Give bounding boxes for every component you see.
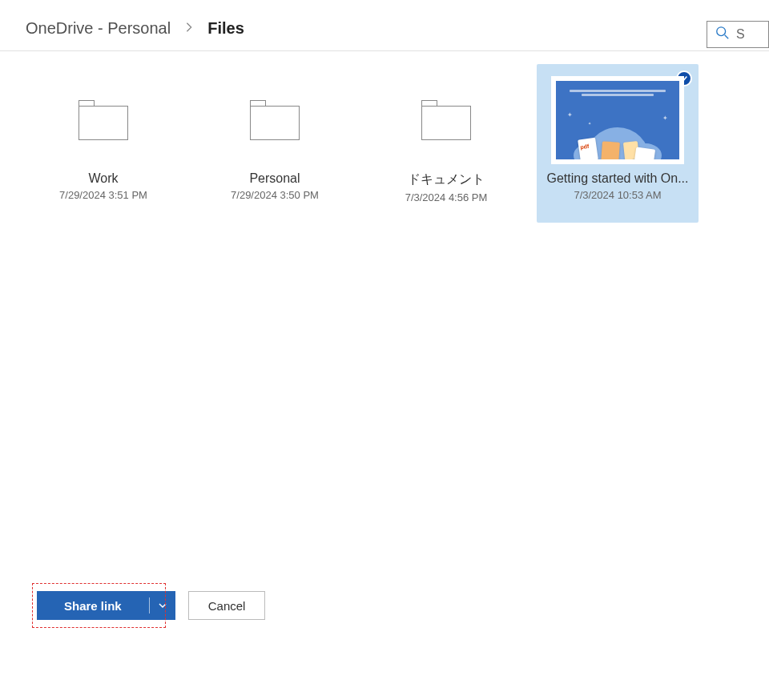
item-name: Work bbox=[88, 171, 118, 186]
folder-icon bbox=[202, 75, 348, 165]
file-thumbnail: ✦ ✦ ✦ bbox=[545, 75, 690, 165]
item-name: ドキュメント bbox=[408, 171, 485, 188]
cancel-button[interactable]: Cancel bbox=[188, 591, 266, 620]
file-tile[interactable]: ✦ ✦ ✦ Getting started with On... 7/3/202… bbox=[537, 64, 699, 223]
breadcrumb-current: Files bbox=[207, 19, 244, 38]
footer-actions: Share link Cancel bbox=[35, 589, 265, 622]
share-link-button[interactable]: Share link bbox=[37, 591, 175, 620]
file-grid: Work 7/29/2024 3:51 PM Personal 7/29/202… bbox=[0, 51, 769, 235]
share-link-label: Share link bbox=[37, 599, 149, 613]
chevron-right-icon bbox=[183, 22, 195, 36]
header: OneDrive - Personal Files S bbox=[0, 0, 769, 51]
item-date: 7/29/2024 3:50 PM bbox=[231, 189, 319, 201]
folder-icon bbox=[30, 75, 176, 165]
search-placeholder: S bbox=[736, 27, 745, 42]
folder-tile[interactable]: Work 7/29/2024 3:51 PM bbox=[22, 64, 184, 223]
search-icon bbox=[715, 26, 730, 43]
svg-line-1 bbox=[725, 35, 729, 39]
item-name: Personal bbox=[249, 171, 300, 186]
folder-tile[interactable]: ドキュメント 7/3/2024 4:56 PM bbox=[365, 64, 527, 223]
chevron-down-icon[interactable] bbox=[150, 601, 175, 610]
item-date: 7/3/2024 4:56 PM bbox=[405, 191, 488, 203]
folder-icon bbox=[373, 75, 519, 165]
svg-point-0 bbox=[717, 27, 726, 36]
item-date: 7/3/2024 10:53 AM bbox=[574, 189, 661, 201]
search-input[interactable]: S bbox=[707, 21, 769, 48]
item-name: Getting started with On... bbox=[547, 171, 689, 186]
folder-tile[interactable]: Personal 7/29/2024 3:50 PM bbox=[194, 64, 356, 223]
item-date: 7/29/2024 3:51 PM bbox=[59, 189, 147, 201]
breadcrumb-root[interactable]: OneDrive - Personal bbox=[26, 19, 171, 38]
breadcrumb: OneDrive - Personal Files bbox=[26, 19, 244, 38]
